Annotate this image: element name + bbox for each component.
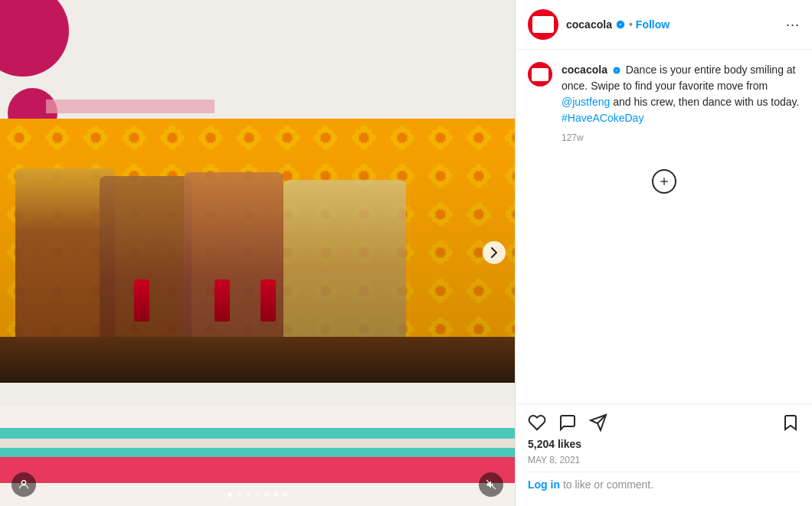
follow-button[interactable]: Follow [636, 18, 670, 31]
header-username-area: cocacola • Follow [566, 18, 778, 31]
coca-cola-logo: Coca-Cola [532, 16, 554, 33]
likes-count: 5,204 likes [528, 435, 800, 453]
action-icons-row [528, 410, 800, 435]
comment-coke-logo: Coca-Cola [532, 68, 548, 81]
dot-4[interactable] [255, 492, 260, 497]
post-photo [0, 119, 515, 383]
decorative-bottom [0, 406, 515, 506]
caption-body-2: and his crew, then dance with us today. [610, 96, 799, 108]
svg-point-10 [21, 481, 25, 485]
verified-inline [611, 64, 626, 76]
post-image-panel [0, 0, 515, 506]
caption-text: cocacola Dance is your entire body smili… [562, 62, 800, 145]
caption-timestamp: 127w [562, 131, 800, 145]
stripe-pink-bottom [0, 457, 515, 483]
decorative-circle-large [0, 0, 69, 77]
dot-3[interactable] [246, 492, 250, 497]
post-content-area: Coca-Cola cocacola Dance is your entire … [516, 50, 812, 403]
dot-6[interactable] [273, 492, 278, 497]
login-text: to like or comment. [560, 478, 653, 491]
stripe-teal-2 [0, 448, 515, 457]
slide-dots [228, 492, 287, 497]
stripe-teal-1 [0, 428, 515, 439]
comment-avatar[interactable]: Coca-Cola [528, 62, 552, 87]
decorative-stripe-pink [46, 100, 214, 113]
dot-separator: • [629, 18, 633, 31]
add-comment-button[interactable] [652, 169, 676, 194]
caption-mention[interactable]: @justfeng [562, 96, 610, 108]
mute-icon-button[interactable] [479, 472, 503, 497]
stripe-white [0, 439, 515, 448]
caption-row: Coca-Cola cocacola Dance is your entire … [528, 62, 800, 145]
like-button[interactable] [528, 413, 546, 432]
post-header: Coca-Cola cocacola • Follow ··· [516, 0, 812, 50]
action-bar: 5,204 likes MAY 8, 2021 Log in to like o… [516, 403, 812, 506]
share-button[interactable] [589, 413, 607, 432]
comment-button[interactable] [558, 413, 577, 432]
dot-2[interactable] [237, 492, 241, 497]
profile-icon-button[interactable] [11, 472, 36, 497]
add-comment-section [528, 154, 800, 209]
dot-1[interactable] [228, 492, 232, 497]
login-prompt: Log in to like or comment. [528, 472, 800, 500]
verified-badge [615, 19, 626, 30]
caption-hashtag[interactable]: #HaveACokeDay [562, 112, 643, 124]
more-options-button[interactable]: ··· [786, 17, 800, 33]
username-text: cocacola [566, 18, 612, 31]
post-date: MAY 8, 2021 [528, 453, 800, 472]
dot-7[interactable] [283, 492, 287, 497]
dot-5[interactable] [264, 492, 269, 497]
caption-username: cocacola [562, 64, 607, 76]
post-detail-panel: Coca-Cola cocacola • Follow ··· Coca-Col… [515, 0, 812, 506]
next-slide-button[interactable] [483, 241, 506, 264]
save-button[interactable] [781, 413, 800, 432]
brand-avatar[interactable]: Coca-Cola [528, 9, 558, 40]
login-link[interactable]: Log in [528, 478, 560, 491]
